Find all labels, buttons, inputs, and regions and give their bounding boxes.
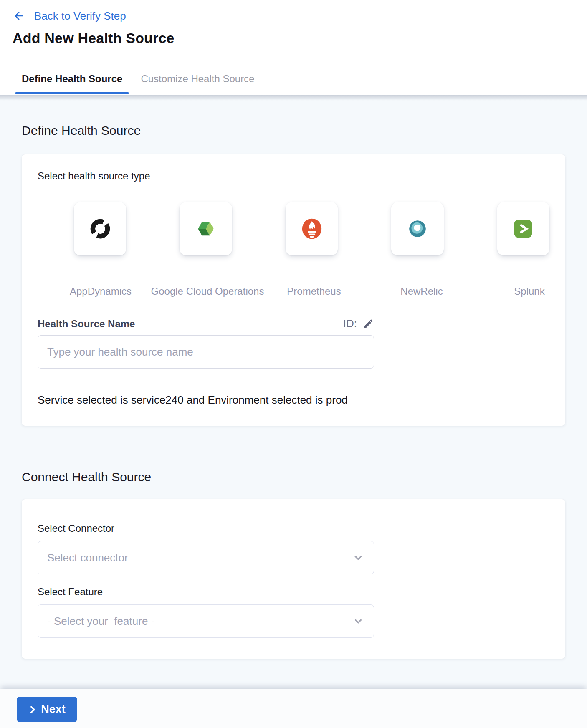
- source-tile-appdynamics[interactable]: [74, 202, 126, 255]
- tab-customize-label: Customize Health Source: [141, 73, 254, 85]
- source-label-google-cloud-operations: Google Cloud Operations: [151, 286, 264, 297]
- source-label-splunk: Splunk: [514, 286, 544, 297]
- tab-define-health-source[interactable]: Define Health Source: [22, 62, 122, 95]
- select-type-label: Select health source type: [38, 170, 549, 182]
- chevron-right-icon: [28, 705, 37, 714]
- source-tile-splunk[interactable]: [497, 202, 549, 255]
- source-tile-prometheus[interactable]: [286, 202, 338, 255]
- health-source-name-label: Health Source Name: [38, 318, 135, 330]
- id-wrap: ID:: [343, 317, 374, 330]
- back-link-label: Back to Verify Step: [34, 8, 126, 23]
- connector-dropdown-placeholder: Select connector: [47, 551, 128, 564]
- feature-dropdown[interactable]: - Select your feature -: [38, 604, 374, 638]
- connector-dropdown[interactable]: Select connector: [38, 541, 374, 574]
- splunk-icon: [512, 217, 534, 240]
- back-to-verify-link[interactable]: Back to Verify Step: [13, 8, 587, 23]
- connect-health-source-card: Select Connector Select connector Select…: [22, 499, 565, 659]
- next-button[interactable]: Next: [17, 697, 77, 722]
- source-tile-newrelic[interactable]: [391, 202, 443, 255]
- chevron-down-icon: [352, 551, 364, 564]
- edit-id-button[interactable]: [363, 318, 374, 329]
- chevron-down-icon: [352, 615, 364, 627]
- main-content: Define Health Source Select health sourc…: [0, 95, 587, 689]
- source-type-labels: AppDynamics Google Cloud Operations Prom…: [38, 286, 549, 298]
- source-label-newrelic: NewRelic: [400, 286, 443, 297]
- tab-bar: Define Health Source Customize Health So…: [0, 62, 587, 95]
- prometheus-icon: [300, 217, 324, 241]
- select-feature-label: Select Feature: [38, 586, 549, 598]
- back-arrow-icon: [13, 10, 25, 22]
- google-cloud-operations-icon: [194, 217, 218, 240]
- appdynamics-icon: [88, 217, 112, 241]
- source-label-appdynamics: AppDynamics: [70, 286, 132, 297]
- health-source-name-input[interactable]: [38, 335, 374, 369]
- next-button-label: Next: [41, 703, 66, 716]
- source-type-tiles: [38, 202, 549, 255]
- select-connector-label: Select Connector: [38, 523, 549, 534]
- define-health-source-card: Select health source type: [22, 154, 565, 426]
- define-section-heading: Define Health Source: [22, 95, 565, 138]
- tab-define-label: Define Health Source: [22, 73, 122, 85]
- page-header: Back to Verify Step Add New Health Sourc…: [0, 0, 587, 62]
- tab-customize-health-source[interactable]: Customize Health Source: [141, 62, 254, 95]
- connect-section-heading: Connect Health Source: [22, 470, 565, 484]
- id-label: ID:: [343, 317, 357, 330]
- service-environment-note: Service selected is service240 and Envir…: [38, 394, 549, 407]
- health-source-name-row: Health Source Name ID:: [38, 317, 374, 330]
- newrelic-icon: [406, 217, 429, 240]
- pencil-icon: [363, 318, 374, 329]
- page-title: Add New Health Source: [13, 30, 587, 46]
- source-tile-google-cloud-operations[interactable]: [180, 202, 232, 255]
- source-label-prometheus: Prometheus: [287, 286, 341, 297]
- active-tab-underline: [15, 92, 129, 94]
- footer-bar: Next: [0, 689, 587, 728]
- feature-dropdown-placeholder: - Select your feature -: [47, 615, 154, 628]
